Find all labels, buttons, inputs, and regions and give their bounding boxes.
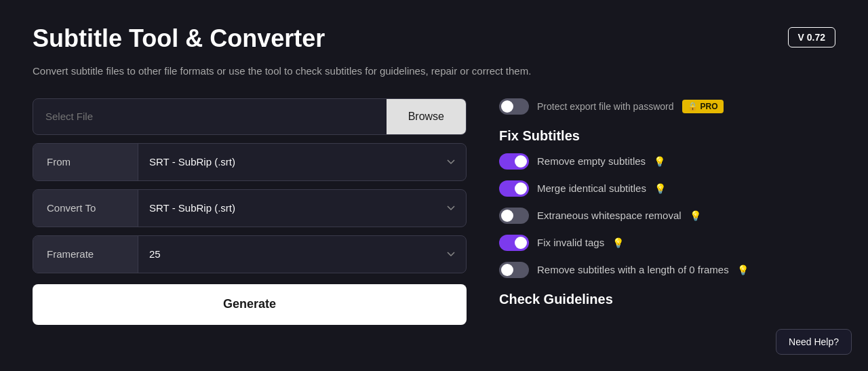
file-select-row: Browse	[33, 98, 467, 135]
option-row-zero-frames: Remove subtitles with a length of 0 fram…	[499, 262, 835, 278]
pro-text: PRO	[701, 102, 718, 111]
whitespace-label: Extraneous whitespace removal	[537, 210, 682, 221]
fix-tags-label: Fix invalid tags	[537, 237, 604, 248]
whitespace-info-icon[interactable]: 💡	[690, 210, 701, 221]
zero-frames-label: Remove subtitles with a length of 0 fram…	[537, 264, 729, 275]
app-title: Subtitle Tool & Converter	[33, 24, 325, 53]
remove-empty-toggle[interactable]	[499, 153, 529, 170]
whitespace-toggle[interactable]	[499, 208, 529, 224]
remove-empty-slider	[499, 153, 529, 170]
generate-button[interactable]: Generate	[33, 284, 467, 325]
app-subtitle: Convert subtitle files to other file for…	[33, 64, 835, 79]
framerate-label: Framerate	[33, 236, 138, 273]
remove-empty-label: Remove empty subtitles	[537, 155, 646, 167]
need-help-button[interactable]: Need Help?	[776, 329, 852, 355]
from-select[interactable]: SRT - SubRip (.srt) ASS - Advanced SubSt…	[138, 144, 466, 180]
file-input[interactable]	[33, 99, 387, 134]
left-panel: Browse From SRT - SubRip (.srt) ASS - Ad…	[33, 98, 467, 325]
from-label: From	[33, 144, 138, 180]
option-row-fix-tags: Fix invalid tags 💡	[499, 235, 835, 251]
convert-to-field-row: Convert To SRT - SubRip (.srt) ASS - Adv…	[33, 189, 467, 227]
framerate-select[interactable]: 23.976 24 25 29.97 30 50 59.94 60	[138, 236, 466, 273]
protect-toggle[interactable]	[499, 98, 529, 115]
pro-badge: 🔒 PRO	[682, 100, 724, 113]
protect-toggle-slider	[499, 98, 529, 115]
from-field-row: From SRT - SubRip (.srt) ASS - Advanced …	[33, 143, 467, 181]
option-row-merge-identical: Merge identical subtitles 💡	[499, 180, 835, 197]
fix-tags-slider	[499, 235, 529, 251]
app-container: Subtitle Tool & Converter V 0.72 Convert…	[0, 0, 868, 349]
lock-icon: 🔒	[688, 102, 698, 111]
protect-label: Protect export file with password	[537, 101, 674, 112]
app-header: Subtitle Tool & Converter V 0.72	[33, 24, 835, 53]
zero-frames-slider	[499, 262, 529, 278]
option-row-whitespace: Extraneous whitespace removal 💡	[499, 208, 835, 224]
remove-empty-info-icon[interactable]: 💡	[654, 156, 665, 167]
zero-frames-info-icon[interactable]: 💡	[737, 265, 749, 275]
merge-identical-slider	[499, 180, 529, 197]
right-panel: Protect export file with password 🔒 PRO …	[499, 98, 835, 307]
merge-identical-info-icon[interactable]: 💡	[654, 183, 666, 194]
protect-row: Protect export file with password 🔒 PRO	[499, 98, 835, 115]
fix-tags-info-icon[interactable]: 💡	[612, 237, 624, 248]
merge-identical-label: Merge identical subtitles	[537, 182, 646, 194]
convert-to-select[interactable]: SRT - SubRip (.srt) ASS - Advanced SubSt…	[138, 190, 466, 227]
convert-to-label: Convert To	[33, 190, 138, 227]
framerate-field-row: Framerate 23.976 24 25 29.97 30 50 59.94…	[33, 235, 467, 273]
whitespace-slider	[499, 208, 529, 224]
option-row-remove-empty: Remove empty subtitles 💡	[499, 153, 835, 170]
check-guidelines-title: Check Guidelines	[499, 292, 835, 307]
zero-frames-toggle[interactable]	[499, 262, 529, 278]
fix-tags-toggle[interactable]	[499, 235, 529, 251]
main-content: Browse From SRT - SubRip (.srt) ASS - Ad…	[33, 98, 835, 325]
browse-button[interactable]: Browse	[387, 99, 466, 134]
version-badge: V 0.72	[788, 27, 835, 47]
merge-identical-toggle[interactable]	[499, 180, 529, 197]
fix-subtitles-title: Fix Subtitles	[499, 128, 835, 144]
